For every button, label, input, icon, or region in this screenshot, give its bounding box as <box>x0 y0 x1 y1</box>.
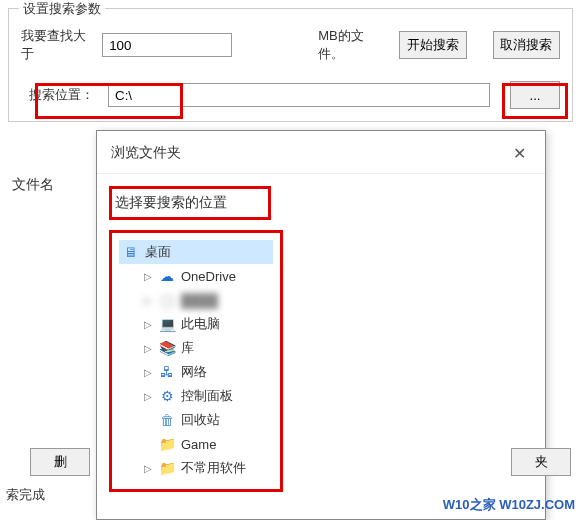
tree-item-libraries[interactable]: ▷ 📚 库 <box>139 336 273 360</box>
expander-icon[interactable]: ▷ <box>143 271 153 282</box>
desktop-icon: 🖥 <box>123 244 139 260</box>
watermark-text: W10之家 W10ZJ.COM <box>443 496 575 514</box>
tree-item-label: 不常用软件 <box>181 459 246 477</box>
tree-item-rarelyused[interactable]: ▷ 📁 不常用软件 <box>139 456 273 480</box>
network-icon: 🖧 <box>159 364 175 380</box>
dialog-title-text: 浏览文件夹 <box>111 144 507 162</box>
folder-tree[interactable]: 🖥 桌面 ▷ ☁ OneDrive ▷ ▢ ████ ▷ 💻 此电脑 ▷ 📚 <box>111 232 281 490</box>
tree-item-onedrive[interactable]: ▷ ☁ OneDrive <box>139 264 273 288</box>
tree-item-recyclebin[interactable]: ▷ 🗑 回收站 <box>139 408 273 432</box>
browse-button[interactable]: ... <box>510 81 560 109</box>
tree-children: ▷ ☁ OneDrive ▷ ▢ ████ ▷ 💻 此电脑 ▷ 📚 库 ▷ <box>119 264 273 480</box>
expander-icon[interactable]: ▷ <box>143 367 153 378</box>
size-label-suffix: MB的文件。 <box>318 27 387 63</box>
dialog-message: 选择要搜索的位置 <box>111 188 269 218</box>
close-icon[interactable]: ✕ <box>507 141 531 165</box>
expander-icon[interactable]: ▷ <box>143 319 153 330</box>
filename-column-header: 文件名 <box>12 176 54 194</box>
location-label: 搜索位置： <box>21 82 102 108</box>
group-title: 设置搜索参数 <box>19 0 105 18</box>
tree-item-label: 控制面板 <box>181 387 233 405</box>
tree-item-label: 库 <box>181 339 194 357</box>
size-label-prefix: 我要查找大于 <box>21 27 96 63</box>
size-row: 我要查找大于 MB的文件。 开始搜索 取消搜索 <box>21 27 560 63</box>
location-row: 搜索位置： ... <box>21 81 560 109</box>
tree-item-label: 网络 <box>181 363 207 381</box>
onedrive-icon: ☁ <box>159 268 175 284</box>
search-params-group: 设置搜索参数 我要查找大于 MB的文件。 开始搜索 取消搜索 搜索位置： ... <box>8 8 573 122</box>
folder-button[interactable]: 夹 <box>511 448 571 476</box>
tree-item-game[interactable]: ▷ 📁 Game <box>139 432 273 456</box>
expander-icon[interactable]: ▷ <box>143 343 153 354</box>
tree-item-thispc[interactable]: ▷ 💻 此电脑 <box>139 312 273 336</box>
blurred-icon: ▢ <box>159 292 175 308</box>
delete-button[interactable]: 删 <box>30 448 90 476</box>
folder-icon: 📁 <box>159 460 175 476</box>
expander-icon[interactable]: ▷ <box>143 391 153 402</box>
tree-item-network[interactable]: ▷ 🖧 网络 <box>139 360 273 384</box>
tree-item-label: OneDrive <box>181 269 236 284</box>
start-search-button[interactable]: 开始搜索 <box>399 31 467 59</box>
tree-root-label: 桌面 <box>145 243 171 261</box>
browse-folder-dialog: 浏览文件夹 ✕ 选择要搜索的位置 🖥 桌面 ▷ ☁ OneDrive ▷ ▢ █… <box>96 130 546 520</box>
cancel-search-button[interactable]: 取消搜索 <box>493 31 561 59</box>
controlpanel-icon: ⚙ <box>159 388 175 404</box>
location-input[interactable] <box>108 83 490 107</box>
tree-item-blurred[interactable]: ▷ ▢ ████ <box>139 288 273 312</box>
tree-item-label: 回收站 <box>181 411 220 429</box>
expander-icon[interactable]: ▷ <box>143 463 153 474</box>
recyclebin-icon: 🗑 <box>159 412 175 428</box>
status-text: 索完成 <box>6 486 45 504</box>
dialog-titlebar: 浏览文件夹 ✕ <box>97 131 545 174</box>
pc-icon: 💻 <box>159 316 175 332</box>
expander-icon[interactable]: ▷ <box>143 295 153 306</box>
tree-item-label: Game <box>181 437 216 452</box>
tree-item-label: 此电脑 <box>181 315 220 333</box>
tree-item-controlpanel[interactable]: ▷ ⚙ 控制面板 <box>139 384 273 408</box>
tree-item-label: ████ <box>181 293 218 308</box>
folder-icon: 📁 <box>159 436 175 452</box>
library-icon: 📚 <box>159 340 175 356</box>
tree-root-desktop[interactable]: 🖥 桌面 <box>119 240 273 264</box>
size-input[interactable] <box>102 33 232 57</box>
